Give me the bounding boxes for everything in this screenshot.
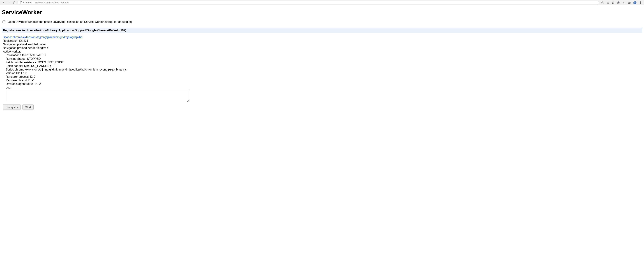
nav-preload-header-len-label: Navigation preload header length: (3, 46, 47, 50)
forward-icon[interactable] (8, 1, 10, 4)
address-bar[interactable]: Chrome │ chrome://serviceworker-internal… (18, 1, 599, 5)
nav-buttons (2, 1, 16, 4)
install-status-label: Installation Status: (6, 54, 30, 57)
devtools-route-label: DevTools agent route ID: (6, 82, 38, 85)
address-separator: │ (32, 1, 34, 4)
back-icon[interactable] (2, 1, 5, 4)
menu-icon[interactable] (639, 1, 642, 4)
renderer-tid-value: -1 (32, 79, 34, 82)
script-label: Script: (6, 68, 15, 71)
section-header-prefix: Registrations in: (3, 29, 26, 32)
start-button[interactable]: Start (22, 105, 34, 110)
registrations-section-header: Registrations in: /Users/forinton/Librar… (2, 28, 642, 33)
registration-id-value: 231 (24, 39, 28, 42)
install-status-value: ACTIVATED (30, 54, 46, 57)
version-id-label: Version ID: (6, 72, 21, 75)
browser-toolbar: Chrome │ chrome://serviceworker-internal… (0, 0, 644, 6)
fetch-existence-label: Fetch handler existence: (6, 61, 38, 64)
devtools-route-row: DevTools agent route ID: -2 (6, 82, 641, 86)
renderer-pid-value: 0 (34, 75, 36, 78)
fetch-existence-row: Fetch handler existence: DOES_NOT_EXIST (6, 61, 641, 64)
fetch-type-row: Fetch handler type: NO_HANDLER (6, 64, 641, 68)
site-info-icon[interactable] (20, 1, 22, 4)
address-bar-wrap: Chrome │ chrome://serviceworker-internal… (18, 1, 599, 5)
renderer-tid-row: Renderer thread ID: -1 (6, 79, 641, 82)
fetch-existence-value: DOES_NOT_EXIST (38, 61, 64, 64)
renderer-pid-label: Renderer process ID: (6, 75, 34, 78)
svg-line-3 (603, 3, 604, 4)
script-value: chrome-extension://djjmngfglakhkhmgcfdmj… (15, 68, 127, 71)
page-content: ServiceWorker Open DevTools window and p… (0, 6, 644, 116)
running-status-value: STOPPED (27, 57, 40, 60)
log-textarea[interactable] (6, 90, 189, 102)
script-row: Script: chrome-extension://djjmngfglakhk… (6, 68, 641, 71)
active-worker-details: Installation Status: ACTIVATED Running S… (3, 53, 641, 102)
fetch-type-label: Fetch handler type: (6, 64, 31, 68)
nav-preload-header-len-value: 4 (47, 46, 48, 50)
scope-row: Scope: chrome-extension://djjmngfglakhkh… (3, 36, 641, 39)
version-id-row: Version ID: 1753 (6, 71, 641, 75)
svg-point-1 (20, 2, 21, 3)
entry-actions: Unregister Start (3, 105, 641, 110)
nav-preload-enabled-row: Navigation preload enabled: false (3, 43, 641, 46)
install-status-row: Installation Status: ACTIVATED (6, 53, 641, 57)
side-panel-icon[interactable] (628, 1, 631, 4)
scope-url: chrome-extension://djjmngfglakhkhmgcfdmj… (12, 36, 83, 39)
media-controls-icon[interactable] (622, 1, 625, 4)
reload-icon[interactable] (13, 1, 16, 4)
address-url: chrome://serviceworker-internals (35, 1, 69, 4)
debug-on-start-label: Open DevTools window and pause JavaScrip… (8, 20, 132, 24)
running-status-label: Running Status: (6, 57, 27, 60)
zoom-icon[interactable] (601, 1, 604, 4)
active-worker-label: Active worker: (3, 50, 641, 53)
version-id-value: 1753 (21, 72, 27, 75)
scope-label: Scope: (3, 36, 12, 39)
svg-marker-7 (612, 2, 614, 4)
registration-id-row: Registration ID: 231 (3, 39, 641, 43)
toolbar-right (601, 1, 642, 4)
nav-preload-enabled-label: Navigation preload enabled: (3, 43, 40, 46)
devtools-route-value: -2 (38, 82, 41, 85)
page-title: ServiceWorker (2, 9, 642, 16)
section-profile-path: /Users/forinton/Library/Application Supp… (26, 29, 119, 32)
nav-preload-header-len-row: Navigation preload header length: 4 (3, 46, 641, 50)
unregister-button[interactable]: Unregister (3, 105, 21, 110)
bookmark-star-icon[interactable] (612, 1, 614, 4)
share-icon[interactable] (606, 1, 609, 4)
section-count: (197) (119, 29, 126, 32)
renderer-tid-label: Renderer thread ID: (6, 79, 32, 82)
running-status-row: Running Status: STOPPED (6, 57, 641, 61)
address-host: Chrome (23, 1, 32, 4)
registration-entry: Scope: chrome-extension://djjmngfglakhkh… (2, 33, 642, 111)
profile-avatar-icon[interactable] (633, 1, 636, 4)
debug-on-start-checkbox[interactable] (2, 21, 6, 23)
renderer-pid-row: Renderer process ID: 0 (6, 75, 641, 79)
nav-preload-enabled-value: false (40, 43, 46, 46)
registration-id-label: Registration ID: (3, 39, 24, 42)
log-label: Log: (6, 86, 641, 89)
extensions-icon[interactable] (617, 1, 620, 4)
svg-rect-11 (628, 2, 630, 4)
debug-option-row: Open DevTools window and pause JavaScrip… (2, 20, 642, 24)
fetch-type-value: NO_HANDLER (31, 64, 51, 68)
